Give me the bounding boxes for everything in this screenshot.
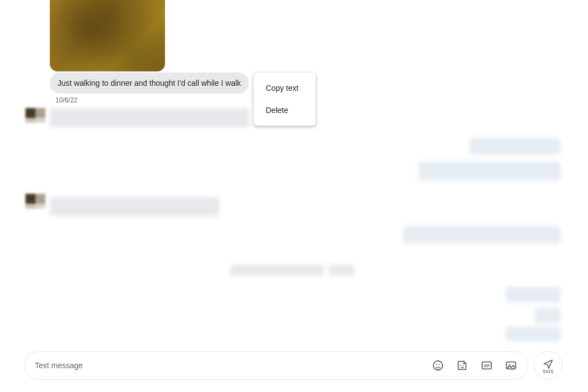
composer-icon-row: GIF bbox=[431, 359, 523, 372]
message-image-attachment[interactable] bbox=[50, 0, 165, 71]
redacted-outgoing-message bbox=[419, 162, 560, 180]
message-text: Just walking to dinner and thought I'd c… bbox=[58, 79, 241, 87]
message-input[interactable] bbox=[35, 361, 431, 370]
redacted-outgoing-message bbox=[506, 287, 560, 302]
redacted-outgoing-message bbox=[470, 138, 560, 154]
send-icon bbox=[543, 358, 554, 369]
message-composer: GIF bbox=[24, 351, 528, 380]
copy-text-menu-item[interactable]: Copy text bbox=[254, 77, 316, 99]
delete-menu-item[interactable]: Delete bbox=[254, 99, 316, 121]
svg-point-4 bbox=[463, 365, 464, 366]
emoji-icon[interactable] bbox=[431, 359, 445, 372]
redacted-incoming-message bbox=[50, 109, 249, 127]
avatar bbox=[25, 108, 45, 128]
send-label: SMS bbox=[543, 369, 554, 374]
redacted-date-separator bbox=[230, 265, 323, 276]
gif-icon[interactable]: GIF bbox=[480, 359, 493, 372]
svg-point-3 bbox=[460, 365, 461, 366]
image-attach-icon[interactable] bbox=[504, 359, 518, 372]
redacted-outgoing-message bbox=[403, 226, 560, 244]
svg-point-2 bbox=[439, 364, 440, 365]
redacted-incoming-message bbox=[50, 197, 219, 216]
svg-point-0 bbox=[434, 361, 443, 370]
redacted-date-separator bbox=[329, 265, 354, 276]
svg-point-1 bbox=[436, 364, 437, 365]
incoming-message-bubble[interactable]: Just walking to dinner and thought I'd c… bbox=[50, 73, 249, 94]
send-button[interactable]: SMS bbox=[534, 351, 563, 380]
sticker-icon[interactable] bbox=[456, 359, 469, 372]
message-context-menu: Copy text Delete bbox=[254, 73, 316, 126]
redacted-outgoing-message bbox=[535, 308, 560, 323]
svg-text:GIF: GIF bbox=[484, 364, 490, 368]
message-timestamp: 10/6/22 bbox=[55, 96, 78, 104]
redacted-outgoing-message bbox=[506, 327, 560, 341]
avatar bbox=[25, 194, 45, 214]
